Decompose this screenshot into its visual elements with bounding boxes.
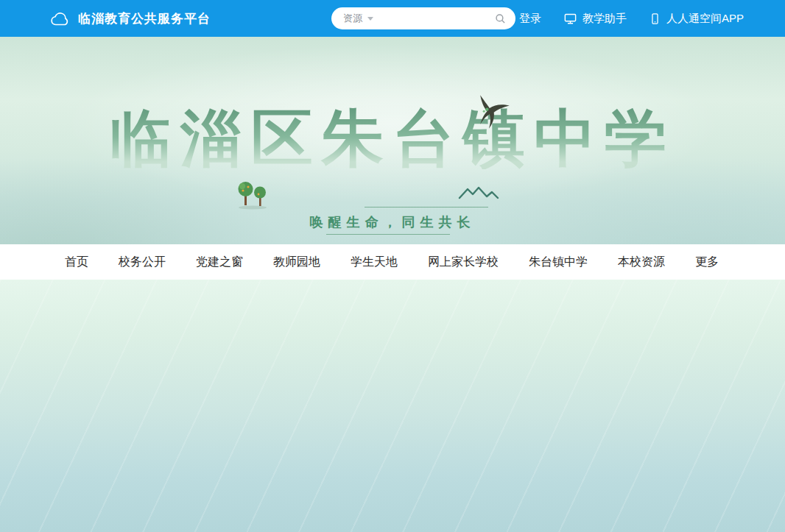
teaching-assistant-link[interactable]: 教学助手 [563,12,627,26]
banner-school-name: 临淄区朱台镇中学 [0,107,785,169]
nav-item-student-world[interactable]: 学生天地 [351,255,398,270]
nav-item-home[interactable]: 首页 [65,255,88,270]
teaching-assistant-label: 教学助手 [582,12,627,26]
main-nav: 首页 校务公开 党建之窗 教师园地 学生天地 网上家长学校 朱台镇中学 本校资源… [0,244,785,280]
login-label: 登录 [519,12,541,26]
search-scope-select[interactable]: 资源 [343,12,362,25]
search-icon[interactable] [494,13,507,25]
swallow-icon [473,93,513,131]
nav-item-school-resources[interactable]: 本校资源 [618,255,665,270]
brand[interactable]: 临淄教育公共服务平台 [50,10,211,27]
banner-slogan: 唤醒生命，同生共长 [0,213,785,231]
chevron-down-icon [367,17,373,21]
nav-item-party-building[interactable]: 党建之窗 [196,255,243,270]
nav-item-teacher-garden[interactable]: 教师园地 [273,255,320,270]
app-label: 人人通空间APP [666,12,744,26]
cloud-icon [50,10,71,26]
school-banner: 临淄区朱台镇中学 唤醒生命，同生共长 [0,37,785,244]
nav-item-zhutai-school[interactable]: 朱台镇中学 [529,255,588,270]
content-area: > 学校首页 学校资讯 更多+ ‹ › 这个春节，让我们告别 “火药味” [0,280,785,532]
phone-icon [649,12,661,26]
brand-title: 临淄教育公共服务平台 [78,10,211,27]
mountains-decoration [458,186,499,199]
nav-item-school-affairs[interactable]: 校务公开 [119,255,166,270]
slogan-rule-bottom [326,234,450,235]
monitor-icon [563,12,577,26]
topbar: 临淄教育公共服务平台 资源 登录 教学助手 人人通空间APP [0,0,785,37]
slogan-rule-top [365,207,488,208]
app-link[interactable]: 人人通空间APP [649,12,744,26]
nav-item-parent-school[interactable]: 网上家长学校 [428,255,499,270]
topbar-search[interactable]: 资源 [331,7,515,29]
nav-item-more[interactable]: 更多 [695,255,719,270]
login-link[interactable]: 登录 [519,12,541,26]
